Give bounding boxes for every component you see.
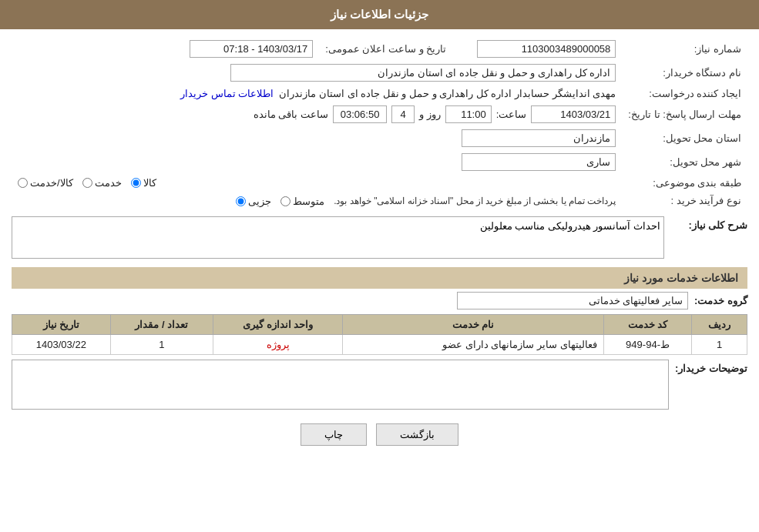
announcement-date-value: 1403/03/17 - 07:18 xyxy=(12,37,319,61)
announcement-date-label: تاريخ و ساعت اعلان عمومی: xyxy=(319,37,452,61)
deadline-date-display: 1403/03/21 xyxy=(531,105,616,123)
category-radio-group: کالا/خدمت خدمت کالا xyxy=(18,177,616,189)
col-quantity: تعداد / مقدار xyxy=(110,314,213,334)
deadline-remaining-display: 03:06:50 xyxy=(333,105,387,123)
buyer-notes-row: توضيحات خريدار: xyxy=(12,360,747,412)
service-group-label: گروه خدمت: xyxy=(694,295,747,306)
category-goods-service-radio[interactable] xyxy=(18,178,28,188)
deadline-values: 1403/03/21 ساعت: 11:00 روز و 4 03:06:50 … xyxy=(12,102,622,126)
buyer-org-value: اداره کل راهداری و حمل و نقل جاده ای است… xyxy=(12,61,622,85)
buyer-org-label: نام دستگاه خريدار: xyxy=(622,61,747,85)
services-table-head: رديف کد خدمت نام خدمت واحد اندازه گيری ت… xyxy=(12,314,747,334)
category-goods-radio[interactable] xyxy=(131,178,141,188)
row-creator: ايجاد کننده درخواست: مهدی اندايشگر حسابد… xyxy=(12,85,747,102)
col-service-name: نام خدمت xyxy=(343,314,603,334)
page-wrapper: جزئيات اطلاعات نياز شماره نياز: 11030034… xyxy=(0,0,759,532)
table-cell-service_name: فعاليتهای ساير سازمانهای دارای عضو xyxy=(343,334,603,354)
col-service-code: کد خدمت xyxy=(603,314,692,334)
row-deadline: مهلت ارسال پاسخ: تا تاريخ: 1403/03/21 سا… xyxy=(12,102,747,126)
purchase-medium-radio[interactable] xyxy=(280,196,291,206)
page-header: جزئيات اطلاعات نياز xyxy=(0,0,759,29)
print-button[interactable]: چاپ xyxy=(301,423,367,446)
service-group-display: ساير فعاليتهای خدماتی xyxy=(457,292,688,309)
services-table-header-row: رديف کد خدمت نام خدمت واحد اندازه گيری ت… xyxy=(12,314,747,334)
buyer-notes-area xyxy=(12,360,669,412)
col-date: تاريخ نياز xyxy=(12,314,111,334)
table-cell-unit: پروژه xyxy=(213,334,343,354)
need-number-value: 1103003489000058 xyxy=(452,37,622,61)
col-row-num: رديف xyxy=(692,314,747,334)
buyer-org-display: اداره کل راهداری و حمل و نقل جاده ای است… xyxy=(230,64,616,82)
service-group-row: گروه خدمت: ساير فعاليتهای خدماتی xyxy=(12,292,747,309)
purchase-medium-label: متوسط xyxy=(293,196,324,207)
category-goods-service-item: کالا/خدمت xyxy=(18,177,73,189)
need-number-display: 1103003489000058 xyxy=(477,40,616,58)
purchase-type-label: نوع فرآيند خريد : xyxy=(622,192,747,210)
delivery-city-display: ساری xyxy=(462,153,616,171)
table-cell-date: 1403/03/22 xyxy=(12,334,111,354)
category-service-radio[interactable] xyxy=(82,178,92,188)
services-table-body: 1ط-94-949فعاليتهای ساير سازمانهای دارای … xyxy=(12,334,747,354)
table-cell-service_code: ط-94-949 xyxy=(603,334,692,354)
table-cell-row_num: 1 xyxy=(692,334,747,354)
purchase-medium-item: متوسط xyxy=(280,196,324,207)
category-service-item: خدمت xyxy=(82,177,122,189)
purchase-type-options: جزيی متوسط پرداخت تمام يا بخشی از مبلغ خ… xyxy=(12,192,622,210)
col-unit: واحد اندازه گيری xyxy=(213,314,343,334)
deadline-remaining-label: ساعت باقی مانده xyxy=(254,109,328,120)
need-description-row: شرح کلی نياز: احداث آسانسور هيدروليکی من… xyxy=(12,216,747,261)
row-need-number: شماره نياز: 1103003489000058 تاريخ و ساع… xyxy=(12,37,747,61)
need-number-label: شماره نياز: xyxy=(622,37,747,61)
need-description-area: احداث آسانسور هيدروليکی مناسب معلولين xyxy=(12,216,664,261)
creator-value: مهدی اندايشگر حسابدار اداره کل راهداری و… xyxy=(12,85,622,102)
purchase-partial-radio[interactable] xyxy=(236,196,246,206)
category-goods-service-label: کالا/خدمت xyxy=(30,177,73,189)
content-area: شماره نياز: 1103003489000058 تاريخ و ساع… xyxy=(0,29,759,469)
info-table: شماره نياز: 1103003489000058 تاريخ و ساع… xyxy=(12,37,747,210)
creator-name: مهدی اندايشگر حسابدار اداره کل راهداری و… xyxy=(277,88,616,99)
row-delivery-city: شهر محل تحويل: ساری xyxy=(12,150,747,174)
services-table: رديف کد خدمت نام خدمت واحد اندازه گيری ت… xyxy=(12,314,747,355)
buyer-notes-textarea[interactable] xyxy=(12,360,669,410)
category-goods-label: کالا xyxy=(143,177,156,189)
page-title: جزئيات اطلاعات نياز xyxy=(331,8,428,21)
need-description-label: شرح کلی نياز: xyxy=(670,216,747,231)
contact-info-link[interactable]: اطلاعات تماس خريدار xyxy=(180,88,274,99)
creator-label: ايجاد کننده درخواست: xyxy=(622,85,747,102)
category-options: کالا/خدمت خدمت کالا xyxy=(12,174,622,192)
category-label: طبقه بندی موضوعی: xyxy=(622,174,747,192)
category-service-label: خدمت xyxy=(95,177,122,189)
bottom-buttons: بازگشت چاپ xyxy=(12,423,747,446)
table-row: 1ط-94-949فعاليتهای ساير سازمانهای دارای … xyxy=(12,334,747,354)
purchase-type-note: پرداخت تمام يا بخشی از مبلغ خريد از محل … xyxy=(334,196,616,206)
back-button[interactable]: بازگشت xyxy=(376,423,458,446)
category-goods-item: کالا xyxy=(131,177,156,189)
row-delivery-province: استان محل تحويل: مازندران xyxy=(12,126,747,150)
deadline-time-display: 11:00 xyxy=(445,105,492,123)
delivery-province-label: استان محل تحويل: xyxy=(622,126,747,150)
row-category: طبقه بندی موضوعی: کالا/خدمت خدمت کالا xyxy=(12,174,747,192)
need-description-textarea[interactable]: احداث آسانسور هيدروليکی مناسب معلولين xyxy=(12,216,664,259)
deadline-time-label: ساعت: xyxy=(496,109,527,120)
row-buyer-org: نام دستگاه خريدار: اداره کل راهداری و حم… xyxy=(12,61,747,85)
table-cell-quantity: 1 xyxy=(110,334,213,354)
buyer-notes-label: توضيحات خريدار: xyxy=(675,360,747,374)
delivery-province-value: مازندران xyxy=(12,126,622,150)
delivery-province-display: مازندران xyxy=(462,129,616,147)
delivery-city-value: ساری xyxy=(12,150,622,174)
row-purchase-type: نوع فرآيند خريد : جزيی متوسط پرداخت تمام… xyxy=(12,192,747,210)
purchase-partial-item: جزيی xyxy=(236,196,271,207)
deadline-days-display: 4 xyxy=(391,105,415,123)
announcement-date-display: 1403/03/17 - 07:18 xyxy=(190,40,313,58)
delivery-city-label: شهر محل تحويل: xyxy=(622,150,747,174)
purchase-partial-label: جزيی xyxy=(248,196,271,207)
deadline-label: مهلت ارسال پاسخ: تا تاريخ: xyxy=(622,102,747,126)
services-section-header: اطلاعات خدمات مورد نياز xyxy=(12,267,747,289)
deadline-day-label: روز و xyxy=(419,109,441,120)
